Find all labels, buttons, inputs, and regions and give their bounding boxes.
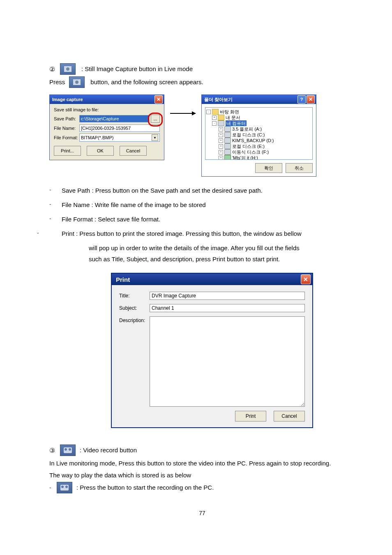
section-3-text: : Video record button [80,445,137,455]
save-path-label: Save Path: [54,116,79,121]
still-capture-icon-2 [69,76,85,88]
folder-titlebar: 폴더 찾아보기 ? ✕ [202,95,316,104]
bullet-print-3: such as Title, Subject, and description,… [89,253,355,265]
print-titlebar: Print ✕ [112,274,312,285]
print-desc-input[interactable] [150,316,305,407]
browse-button[interactable]: ... [151,115,160,123]
bullet-file-format: File Format : Select save file format. [62,214,355,225]
bullet-print-1: Print : Press button to print the stored… [62,228,355,239]
file-name-label: File Name: [54,126,79,131]
print-title-input[interactable] [150,292,305,300]
print-subject-label: Subject: [119,304,150,311]
section-3-para2: The way to play the data which is stored… [49,470,355,481]
print-cancel-button[interactable]: Cancel [274,411,305,421]
image-capture-dialog: Image capture ✕ Save still image to file… [49,94,164,160]
bullet-save-path: Save Path : Press button on the Save pat… [62,185,355,196]
section-3-number: ③ [49,447,55,454]
save-image-label: Save still image to file: [54,107,160,112]
folder-ok-button[interactable]: 확인 [255,163,282,173]
video-record-icon [60,444,76,456]
close-icon[interactable]: ✕ [154,95,163,104]
section-2-text: : Still Image Capture button in Live mod… [81,64,193,74]
print-button[interactable]: Print... [54,146,81,156]
folder-tree[interactable]: -바탕 화면 +내 문서 -내 컴퓨터 +3.5 플로피 (A:) +로컬 디스… [205,107,313,160]
press-text: button, and the following screen appears… [90,77,203,87]
print-dialog: Print ✕ Title: Subject: Description: Pri… [111,273,313,428]
highlight-circle [148,113,163,127]
print-desc-label: Description: [119,316,150,323]
capture-titlebar: Image capture ✕ [50,95,164,104]
bullet-print-2: will pop up in order to write the detail… [89,242,355,253]
file-format-select[interactable]: BITMAP(*.BMP) ▼ [79,134,160,142]
page-number: 77 [49,510,355,516]
cancel-button[interactable]: Cancel [120,146,147,156]
close-icon[interactable]: ✕ [307,95,315,104]
arrow-icon [170,113,196,114]
close-icon[interactable]: ✕ [301,274,311,284]
section-3-para1: In Live monitoring mode, Press this butt… [49,458,355,470]
save-path-input[interactable] [79,115,149,122]
video-record-icon-2 [57,482,72,493]
file-format-label: File Format: [54,135,79,140]
chevron-down-icon: ▼ [152,134,158,141]
print-submit-button[interactable]: Print [235,411,266,421]
folder-browse-dialog: 폴더 찾아보기 ? ✕ -바탕 화면 +내 문서 -내 컴퓨터 +3.5 플로피… [201,94,316,177]
capture-title: Image capture [52,97,83,102]
print-subject-input[interactable] [150,304,305,312]
folder-cancel-button[interactable]: 취소 [286,163,313,173]
press-label: Press [49,77,65,87]
section-2-number: ② [49,65,55,73]
still-capture-icon [60,63,76,75]
bullet-file-name: File Name : Write file name of the image… [62,199,355,210]
help-icon[interactable]: ? [297,95,306,104]
print-title: Print [116,276,130,283]
ok-button[interactable]: OK [87,146,114,156]
folder-title: 폴더 찾아보기 [204,97,233,103]
file-name-input[interactable] [79,124,160,132]
section-3-sub: : Press the button to start the recordin… [76,483,214,493]
print-title-label: Title: [119,292,150,299]
